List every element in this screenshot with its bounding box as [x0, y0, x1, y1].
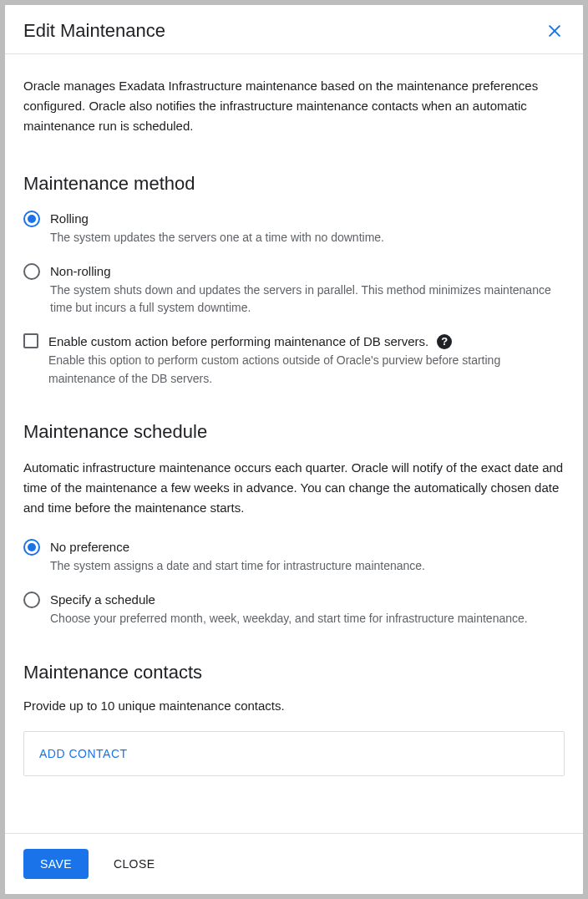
- radio-rolling[interactable]: [23, 211, 40, 227]
- custom-action-label: Enable custom action before performing m…: [48, 333, 428, 350]
- schedule-heading: Maintenance schedule: [23, 421, 565, 443]
- method-heading: Maintenance method: [23, 173, 565, 195]
- nopref-label: No preference: [50, 538, 565, 556]
- rolling-label: Rolling: [50, 210, 565, 227]
- method-option-rolling[interactable]: Rolling The system updates the servers o…: [23, 210, 565, 247]
- close-icon[interactable]: [545, 21, 565, 41]
- dialog-title: Edit Maintenance: [23, 20, 165, 42]
- dialog-body: Oracle manages Exadata Infrastructure ma…: [5, 54, 583, 833]
- edit-maintenance-dialog: Edit Maintenance Oracle manages Exadata …: [5, 5, 583, 894]
- specify-label: Specify a schedule: [50, 591, 565, 608]
- dialog-footer: SAVE CLOSE: [5, 833, 583, 894]
- intro-text: Oracle manages Exadata Infrastructure ma…: [23, 76, 565, 136]
- close-button[interactable]: CLOSE: [110, 849, 158, 879]
- nonrolling-desc: The system shuts down and updates the se…: [50, 282, 565, 317]
- checkbox-custom-action[interactable]: [23, 333, 38, 348]
- nopref-desc: The system assigns a date and start time…: [50, 557, 565, 576]
- radio-nonrolling[interactable]: [23, 263, 40, 280]
- method-option-nonrolling[interactable]: Non-rolling The system shuts down and up…: [23, 262, 565, 317]
- contacts-heading: Maintenance contacts: [23, 662, 565, 683]
- nonrolling-label: Non-rolling: [50, 262, 565, 280]
- schedule-desc: Automatic infrastructure maintenance occ…: [23, 458, 565, 518]
- rolling-desc: The system updates the servers one at a …: [50, 229, 565, 247]
- contacts-desc: Provide up to 10 unique maintenance cont…: [23, 698, 565, 713]
- add-contact-box: ADD CONTACT: [23, 731, 565, 776]
- custom-action-option[interactable]: Enable custom action before performing m…: [23, 333, 565, 388]
- specify-desc: Choose your preferred month, week, weekd…: [50, 610, 565, 628]
- custom-action-desc: Enable this option to perform custom act…: [48, 352, 565, 388]
- help-icon[interactable]: ?: [437, 334, 452, 349]
- add-contact-button[interactable]: ADD CONTACT: [39, 747, 128, 760]
- radio-specify[interactable]: [23, 592, 40, 608]
- schedule-option-specify[interactable]: Specify a schedule Choose your preferred…: [23, 591, 565, 628]
- dialog-header: Edit Maintenance: [5, 5, 583, 54]
- schedule-option-nopref[interactable]: No preference The system assigns a date …: [23, 538, 565, 576]
- radio-nopref[interactable]: [23, 539, 40, 556]
- save-button[interactable]: SAVE: [23, 849, 89, 879]
